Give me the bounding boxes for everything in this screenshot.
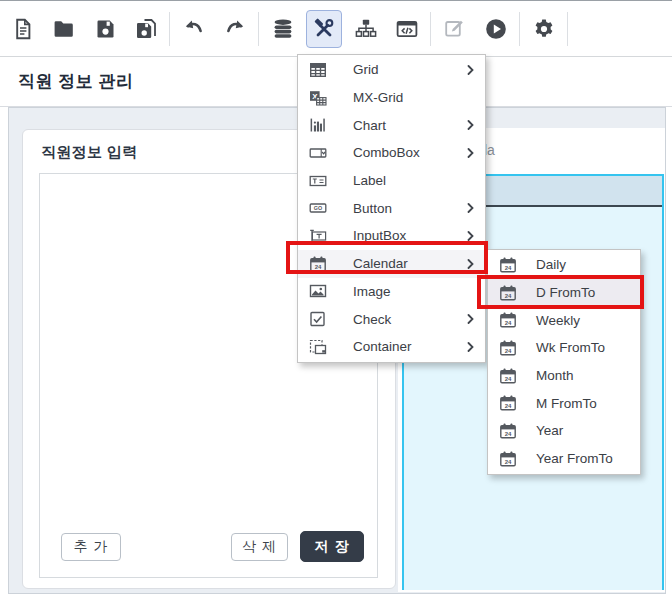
menu-item-label: Button [353, 201, 392, 216]
edit-icon [443, 17, 467, 41]
calendar-icon: 24 [499, 256, 517, 274]
check-icon [309, 310, 327, 328]
open-folder-icon [52, 17, 76, 41]
toolbar-separator [519, 12, 520, 46]
ui-builder-tools-icon [312, 17, 336, 41]
new-document-icon [11, 17, 35, 41]
submenu-item-month[interactable]: 24Month [488, 362, 640, 390]
svg-text:24: 24 [505, 265, 512, 271]
svg-text:24: 24 [505, 320, 512, 326]
toolbar-separator [258, 12, 259, 46]
menu-item-mx-grid[interactable]: XMX-Grid [298, 84, 485, 112]
form-panel-title: 직원정보 입력 [41, 143, 137, 162]
menu-item-container[interactable]: Container [298, 333, 485, 361]
save-button[interactable]: 저 장 [300, 531, 364, 562]
menu-item-label: MX-Grid [353, 90, 403, 105]
ui-builder-tools-button[interactable] [306, 10, 342, 48]
save-all-button[interactable] [125, 8, 166, 50]
calendar-icon: 24 [499, 422, 517, 440]
menu-item-label: Grid [353, 62, 379, 77]
sitemap-icon [354, 17, 378, 41]
chart-icon [309, 116, 327, 134]
menu-item-label: Label [353, 173, 386, 188]
svg-text:24: 24 [505, 375, 512, 381]
toolbar [0, 1, 672, 57]
submenu-arrow-icon [467, 120, 475, 130]
toolbar-separator [169, 12, 170, 46]
redo-icon [223, 17, 247, 41]
combobox-icon [309, 144, 327, 162]
settings-icon [532, 17, 556, 41]
menu-item-label[interactable]: Label [298, 167, 485, 195]
open-folder-button[interactable] [43, 8, 84, 50]
menu-item-image[interactable]: Image [298, 278, 485, 306]
code-editor-button[interactable] [386, 8, 427, 50]
mx-grid-icon: X [309, 89, 327, 107]
submenu-item-m-fromto[interactable]: 24M FromTo [488, 389, 640, 417]
d-fromto-highlight-box [477, 275, 644, 309]
menu-item-label: M FromTo [536, 396, 597, 411]
edit-button[interactable] [434, 8, 475, 50]
menu-item-label: Wk FromTo [536, 340, 605, 355]
calendar-icon: 24 [499, 367, 517, 385]
submenu-arrow-icon [467, 314, 475, 324]
image-icon [309, 282, 327, 300]
svg-text:GO: GO [314, 206, 322, 212]
menu-item-combobox[interactable]: ComboBox [298, 139, 485, 167]
add-button[interactable]: 추 가 [61, 533, 121, 561]
save-button[interactable] [84, 8, 125, 50]
svg-text:24: 24 [505, 431, 512, 437]
container-icon [309, 338, 327, 356]
submenu-arrow-icon [467, 65, 475, 75]
menu-item-grid[interactable]: Grid [298, 56, 485, 84]
menu-item-label: ComboBox [353, 145, 420, 160]
save-all-icon [134, 17, 158, 41]
menu-item-button[interactable]: GOButton [298, 194, 485, 222]
button-icon: GO [309, 199, 327, 217]
component-menu: GridXMX-GridChartComboBoxLabelGOButtonIn… [297, 54, 486, 363]
menu-item-label: Image [353, 284, 391, 299]
toolbar-separator [567, 12, 568, 46]
calendar-highlight-box [286, 241, 488, 274]
redo-button[interactable] [214, 8, 255, 50]
menu-item-label: Daily [536, 257, 566, 272]
menu-item-check[interactable]: Check [298, 305, 485, 333]
grid-icon [309, 61, 327, 79]
menu-item-label: Month [536, 368, 574, 383]
menu-item-label: Year [536, 423, 563, 438]
calendar-icon: 24 [499, 339, 517, 357]
menu-item-label: Year FromTo [536, 451, 613, 466]
submenu-arrow-icon [467, 231, 475, 241]
save-icon [93, 17, 117, 41]
menu-item-chart[interactable]: Chart [298, 111, 485, 139]
page-title: 직원 정보 관리 [18, 70, 133, 93]
label-icon [309, 172, 327, 190]
svg-text:24: 24 [505, 458, 512, 464]
menu-item-label: Chart [353, 118, 386, 133]
undo-button[interactable] [173, 8, 214, 50]
sitemap-button[interactable] [345, 8, 386, 50]
run-icon [484, 17, 508, 41]
new-document-button[interactable] [2, 8, 43, 50]
calendar-icon: 24 [499, 394, 517, 412]
submenu-item-wk-fromto[interactable]: 24Wk FromTo [488, 334, 640, 362]
app-window: 직원 정보 관리 직원정보 입력 추 가 삭 제 저 장 la GridXMX-… [0, 0, 672, 597]
menu-item-label: Container [353, 339, 412, 354]
database-icon [271, 17, 295, 41]
menu-item-label: Weekly [536, 313, 580, 328]
submenu-item-weekly[interactable]: 24Weekly [488, 306, 640, 334]
submenu-arrow-icon [467, 148, 475, 158]
undo-icon [182, 17, 206, 41]
svg-text:24: 24 [505, 348, 512, 354]
run-button[interactable] [475, 8, 516, 50]
submenu-item-year-fromto[interactable]: 24Year FromTo [488, 445, 640, 473]
database-button[interactable] [262, 8, 303, 50]
delete-button[interactable]: 삭 제 [231, 533, 288, 561]
code-editor-icon [395, 17, 419, 41]
settings-button[interactable] [523, 8, 564, 50]
submenu-item-year[interactable]: 24Year [488, 417, 640, 445]
calendar-icon: 24 [499, 311, 517, 329]
menu-item-label: Check [353, 312, 391, 327]
toolbar-separator [430, 12, 431, 46]
submenu-arrow-icon [467, 203, 475, 213]
